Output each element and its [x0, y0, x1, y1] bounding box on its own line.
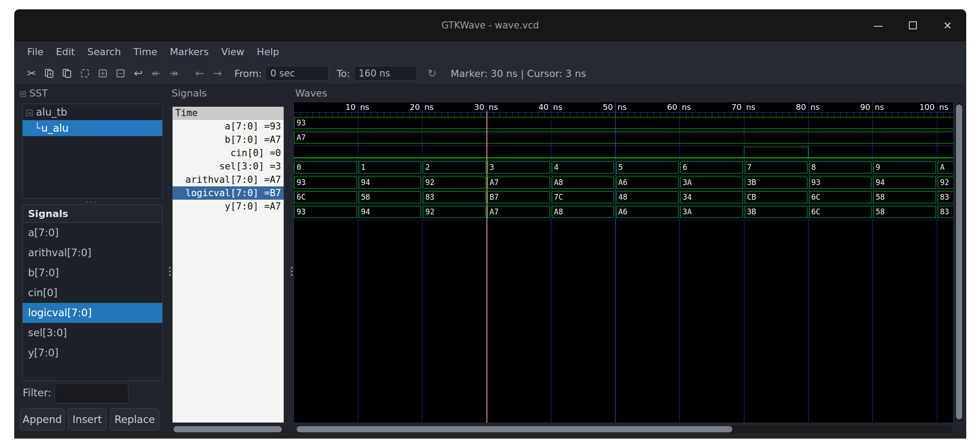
wave-value-segment: 2	[423, 161, 486, 173]
prev-edge-icon[interactable]: ←	[191, 65, 209, 81]
copy-icon[interactable]: +	[40, 65, 58, 81]
wave-value-segment: 3B	[745, 206, 807, 218]
timeline-tick-label: 80	[796, 102, 808, 112]
tree-item-u_alu[interactable]: └u_alu	[23, 120, 162, 136]
wave-value-segment: 3B	[745, 177, 807, 189]
signal-item-a[7:0][interactable]: a[7:0]	[23, 223, 162, 243]
signal-item-sel[3:0][interactable]: sel[3:0]	[23, 323, 162, 343]
wave-row-y[7:0][interactable]: 939492A7A8A63A3B6C5883	[293, 205, 953, 220]
append-button[interactable]: Append	[20, 408, 64, 431]
zoom-out-icon[interactable]: −	[112, 65, 129, 81]
wave-value-segment: 34	[680, 191, 743, 203]
timeline-unit-label: ns	[937, 102, 948, 112]
menu-item-file[interactable]: File	[21, 41, 50, 63]
signal-item-arithval[7:0][interactable]: arithval[7:0]	[23, 243, 162, 263]
wave-row-a[7:0][interactable]: 93	[293, 116, 953, 131]
to-field[interactable]: 160 ns	[354, 66, 417, 81]
menu-item-edit[interactable]: Edit	[50, 41, 81, 63]
time-column-header[interactable]: Time	[173, 107, 284, 120]
value-row[interactable]: a[7:0] =93	[173, 120, 284, 133]
waves-vscrollbar[interactable]	[955, 103, 963, 422]
paste-icon[interactable]	[58, 65, 76, 81]
tree-expander-icon[interactable]: −	[26, 110, 32, 116]
sst-tree: −alu_tb└u_alu	[22, 104, 163, 199]
wave-value-segment: 94	[359, 206, 422, 218]
wave-row-sel[3:0][interactable]: 0123456789A	[293, 161, 953, 175]
menu-bar: FileEditSearchTimeMarkersViewHelp	[15, 41, 966, 63]
value-row[interactable]: sel[3:0] =3	[173, 160, 284, 173]
wave-canvas[interactable]: 010ns20ns30ns40ns50ns60ns70ns80ns90ns100…	[293, 102, 953, 423]
timeline-unit-label: ns	[679, 102, 691, 112]
sst-panel: −SST −alu_tb└u_alu ··· Signals a[7:0]ari…	[15, 85, 168, 438]
signal-item-cin[0][interactable]: cin[0]	[23, 283, 162, 303]
value-row[interactable]: cin[0] =0	[173, 146, 284, 160]
signal-browser: Signals a[7:0]arithval[7:0]b[7:0]cin[0]l…	[22, 205, 163, 381]
maximize-button[interactable]	[907, 20, 919, 32]
vertical-splitter-right[interactable]	[290, 85, 293, 438]
menu-item-help[interactable]: Help	[251, 41, 285, 63]
toolbar: ✂++−↩↞↠←→ From: 0 sec To: 160 ns ↻ Marke…	[15, 63, 966, 85]
values-panel-title: Signals	[172, 88, 207, 99]
value-row[interactable]: logicval[7:0] =B7	[173, 186, 284, 200]
undo-icon[interactable]: ↩	[129, 65, 147, 81]
signal-item-logicval[7:0][interactable]: logicval[7:0]	[23, 303, 162, 323]
wave-row-b[7:0][interactable]: A7	[293, 131, 953, 145]
wave-row-cin[0][interactable]	[293, 146, 953, 161]
cut-icon[interactable]: ✂	[23, 65, 40, 81]
zoom-fit-icon[interactable]	[76, 65, 94, 81]
wave-row-logicval[7:0][interactable]: 6C5883B77C4834CB6C5883	[293, 190, 953, 205]
tree-branch-line: └	[34, 122, 40, 134]
timeline-tick-label: 100	[920, 102, 937, 112]
filter-input[interactable]	[55, 383, 129, 403]
zoom-in-icon[interactable]: +	[94, 65, 112, 81]
main-content: −SST −alu_tb└u_alu ··· Signals a[7:0]ari…	[15, 85, 966, 438]
wave-value-segment: 93	[809, 177, 872, 189]
zoom-to-start-icon[interactable]: ↞	[147, 65, 165, 81]
title-bar: GTKWave - wave.vcd ✕	[15, 10, 966, 41]
wave-value-segment: 6C	[294, 191, 357, 203]
collapse-frame-icon[interactable]: −	[20, 91, 26, 97]
wave-row-arithval[7:0][interactable]: 939492A7A8A63A3B939492	[293, 176, 953, 190]
timeline-tick-label: 40	[538, 102, 551, 112]
wave-value-segment: A6	[616, 206, 679, 218]
next-edge-icon[interactable]: →	[209, 65, 226, 81]
wave-value-segment: A7	[487, 206, 550, 218]
wave-timeline[interactable]: 010ns20ns30ns40ns50ns60ns70ns80ns90ns100…	[293, 102, 953, 112]
wave-value-segment: 58	[873, 206, 936, 218]
value-row[interactable]: arithval[7:0] =A7	[173, 173, 284, 186]
waves-hscrollbar[interactable]	[296, 425, 953, 433]
values-hscrollbar[interactable]	[173, 425, 284, 433]
menu-item-view[interactable]: View	[215, 41, 250, 63]
wave-value-segment: CB	[745, 191, 807, 203]
insert-button[interactable]: Insert	[68, 408, 106, 431]
menu-item-time[interactable]: Time	[127, 41, 164, 63]
tree-item-alu_tb[interactable]: −alu_tb	[23, 104, 162, 120]
zoom-to-end-icon[interactable]: ↠	[165, 65, 183, 81]
menu-item-markers[interactable]: Markers	[164, 41, 215, 63]
wave-value-segment: 8	[809, 161, 872, 173]
filter-label: Filter:	[23, 387, 51, 399]
wave-value-segment: A6	[616, 177, 679, 189]
vertical-splitter-left[interactable]	[168, 85, 172, 438]
signal-item-b[7:0][interactable]: b[7:0]	[23, 263, 162, 283]
marker-line[interactable]	[486, 111, 487, 423]
waves-panel: Waves 010ns20ns30ns40ns50ns60ns70ns80ns9…	[293, 85, 966, 438]
wave-value-segment: 5	[616, 161, 679, 173]
value-row[interactable]: y[7:0] =A7	[173, 200, 284, 213]
signal-item-y[7:0][interactable]: y[7:0]	[23, 343, 162, 363]
wave-value-segment: 6	[680, 161, 743, 173]
gtkwave-window: GTKWave - wave.vcd ✕ FileEditSearchTimeM…	[15, 10, 966, 438]
value-row[interactable]: b[7:0] =A7	[173, 133, 284, 146]
waves-panel-title: Waves	[295, 88, 327, 99]
wave-value-segment: 93	[294, 206, 357, 218]
wave-value-segment: 7C	[552, 191, 615, 203]
wave-value-segment: 3	[487, 161, 550, 173]
from-field[interactable]: 0 sec	[265, 66, 329, 81]
menu-item-search[interactable]: Search	[81, 41, 127, 63]
close-button[interactable]: ✕	[942, 20, 953, 32]
minimize-button[interactable]	[872, 20, 884, 32]
replace-button[interactable]: Replace	[110, 408, 159, 431]
wave-value-segment: 3A	[680, 206, 743, 218]
wave-value-segment: 58	[359, 191, 422, 203]
reload-icon[interactable]: ↻	[423, 65, 441, 81]
